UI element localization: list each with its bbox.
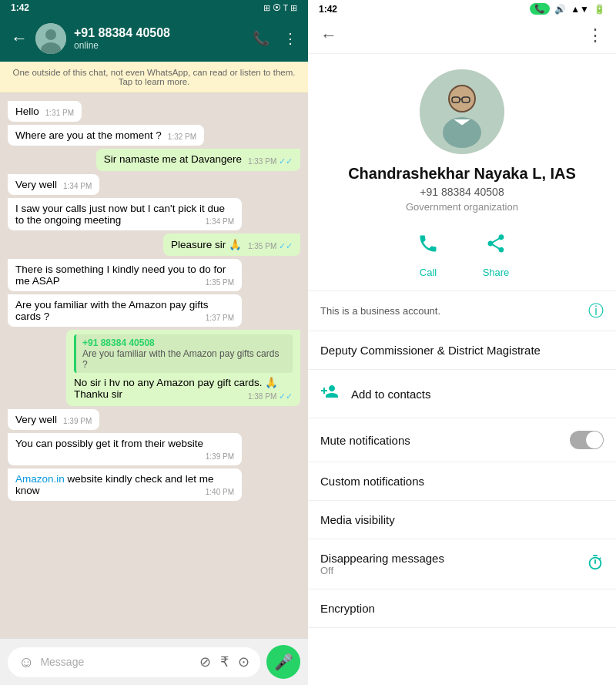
message-time: 1:33 PM ✓✓	[248, 156, 293, 166]
encryption-label: Encryption	[320, 602, 604, 615]
info-icon[interactable]: ⓘ	[588, 301, 604, 321]
list-item: There is something I kindly need you to …	[8, 259, 300, 291]
message-text: Pleasure sir 🙏	[171, 239, 242, 250]
message-bubble-received: Very well 1:34 PM	[8, 174, 99, 195]
svg-point-1	[45, 29, 56, 40]
message-bubble-received: There is something I kindly need you to …	[8, 259, 242, 291]
encryption-row[interactable]: Encryption	[308, 589, 616, 628]
call-indicator: 📞	[530, 3, 550, 15]
message-bubble-received: Where are you at the moment ? 1:32 PM	[8, 125, 204, 146]
disappearing-messages-label: Disappearing messages	[320, 552, 587, 565]
list-item: Hello 1:31 PM	[8, 101, 300, 122]
contact-avatar	[420, 69, 504, 154]
message-time: 1:34 PM	[63, 182, 92, 190]
emoji-icon[interactable]: ☺	[18, 653, 34, 671]
online-status: online	[74, 40, 245, 51]
contact-name: +91 88384 40508	[74, 26, 245, 40]
message-bubble-sent: Pleasure sir 🙏 1:35 PM ✓✓	[163, 233, 300, 256]
share-icon	[477, 225, 514, 262]
contact-phone: +91 88384 40508	[420, 186, 504, 198]
volume-icon: 🔊	[554, 4, 566, 15]
input-attachment-icons: ⊘ ₹ ⊙	[199, 653, 249, 670]
wifi-icon: ▲▼	[571, 4, 589, 15]
back-button-right[interactable]: ←	[320, 25, 337, 45]
message-bubble-received: You can possibly get it from their websi…	[8, 433, 242, 465]
camera-icon[interactable]: ⊙	[238, 653, 249, 670]
role-title: Deputy Commissioner & District Magistrat…	[320, 344, 604, 357]
status-icons-left: ⊞ ⦿ T ⊞	[263, 3, 298, 13]
message-text: Very well	[15, 414, 57, 425]
contact-actions: Call Share	[410, 225, 514, 278]
disappearing-messages-value: Off	[320, 565, 587, 576]
add-contacts-label: Add to contacts	[351, 388, 604, 401]
status-time-left: 1:42	[11, 2, 29, 13]
chat-header: ← +91 88384 40508 online 📞 ⋮	[0, 15, 308, 62]
disappearing-messages-row[interactable]: Disappearing messages Off	[308, 539, 616, 589]
business-notice-text: This is a business account.	[320, 305, 440, 317]
custom-notifications-label: Custom notifications	[320, 475, 604, 488]
message-text: Hello	[15, 106, 39, 117]
quoted-author: +91 88384 40508	[82, 337, 286, 348]
video-call-icon[interactable]: 📞	[253, 30, 270, 47]
message-time: 1:31 PM	[45, 109, 74, 117]
quoted-message: +91 88384 40508 Are you familiar with th…	[74, 334, 293, 373]
list-item: Pleasure sir 🙏 1:35 PM ✓✓	[8, 233, 300, 256]
media-visibility-label: Media visibility	[320, 513, 604, 526]
message-bubble-received: Are you familiar with the Amazon pay gif…	[8, 294, 242, 327]
message-bubble-received: Amazon.in website kindly check and let m…	[8, 468, 242, 501]
list-item: Very well 1:39 PM	[8, 409, 300, 430]
message-time: 1:34 PM	[206, 217, 234, 226]
list-item: +91 88384 40508 Are you familiar with th…	[8, 330, 300, 406]
message-text: Where are you at the moment ?	[15, 129, 162, 141]
share-label: Share	[483, 267, 510, 278]
more-options-button[interactable]: ⋮	[587, 25, 604, 45]
quoted-text: Are you familiar with the Amazon pay gif…	[82, 348, 286, 370]
share-button[interactable]: Share	[477, 225, 514, 278]
message-time: 1:40 PM	[206, 488, 234, 496]
contact-header: ← ⋮	[308, 18, 616, 54]
mic-button[interactable]: 🎤	[266, 645, 300, 679]
attach-icon[interactable]: ⊘	[199, 653, 211, 670]
message-input-bar: ☺ Message ⊘ ₹ ⊙ 🎤	[0, 638, 308, 685]
message-time: 1:35 PM ✓✓	[248, 241, 293, 251]
header-action-icons: 📞 ⋮	[253, 30, 297, 47]
message-text: You can possibly get it from their websi…	[15, 438, 203, 449]
message-text: Sir namaste me at Davangere	[104, 153, 242, 165]
contact-full-name: Chandrashekhar Nayaka L, IAS	[348, 165, 576, 183]
message-text: There is something I kindly need you to …	[15, 264, 226, 287]
contact-type: Government organization	[406, 201, 518, 213]
list-item: Where are you at the moment ? 1:32 PM	[8, 125, 300, 146]
avatar[interactable]	[35, 23, 66, 54]
call-label: Call	[420, 267, 437, 278]
message-input-field[interactable]: ☺ Message ⊘ ₹ ⊙	[8, 647, 260, 677]
header-info: +91 88384 40508 online	[74, 26, 245, 51]
add-contact-icon	[320, 382, 339, 405]
message-bubble-received: Hello 1:31 PM	[8, 101, 82, 122]
back-button[interactable]: ←	[11, 29, 28, 49]
message-time: 1:39 PM	[206, 452, 234, 461]
status-time-right: 1:42	[319, 4, 337, 15]
contact-info-panel: 1:42 📞 🔊 ▲▼ 🔋 ← ⋮	[308, 0, 616, 685]
link-text[interactable]: Amazon.in	[15, 473, 65, 485]
media-visibility-row[interactable]: Media visibility	[308, 501, 616, 539]
call-button[interactable]: Call	[410, 225, 447, 278]
rupee-icon[interactable]: ₹	[220, 653, 229, 670]
encryption-notice: One outside of this chat, not even Whats…	[0, 62, 308, 93]
mute-notifications-row[interactable]: Mute notifications	[308, 418, 616, 462]
message-bubble-sent: +91 88384 40508 Are you familiar with th…	[66, 330, 300, 406]
more-options-icon[interactable]: ⋮	[283, 30, 297, 47]
message-time: 1:38 PM ✓✓	[248, 391, 293, 401]
toggle-knob	[586, 431, 603, 448]
custom-notifications-row[interactable]: Custom notifications	[308, 462, 616, 501]
battery-icon: 🔋	[594, 4, 605, 15]
add-to-contacts-row[interactable]: Add to contacts	[308, 370, 616, 418]
message-bubble-received: Very well 1:39 PM	[8, 409, 99, 430]
list-item: Sir namaste me at Davangere 1:33 PM ✓✓	[8, 149, 300, 171]
mute-notifications-label: Mute notifications	[320, 434, 570, 447]
message-text: Very well	[15, 179, 57, 190]
chat-messages-area[interactable]: Hello 1:31 PM Where are you at the momen…	[0, 93, 308, 638]
message-text: Are you familiar with the Amazon pay gif…	[15, 299, 209, 322]
status-icons-right: 📞 🔊 ▲▼ 🔋	[530, 3, 605, 15]
message-time: 1:35 PM	[206, 278, 234, 287]
mute-toggle[interactable]	[570, 431, 604, 449]
